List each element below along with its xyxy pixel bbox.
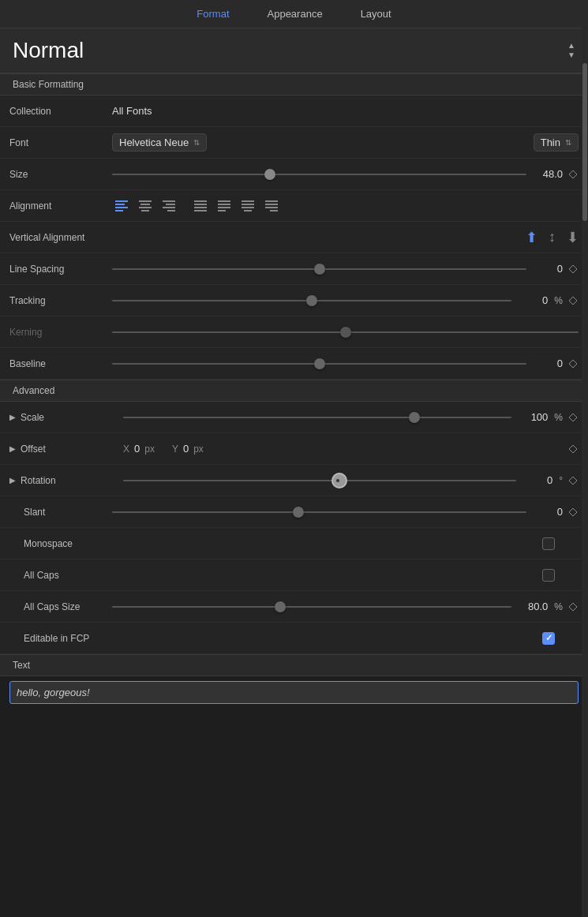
svg-rect-23 <box>244 210 252 211</box>
slant-thumb[interactable] <box>293 507 304 518</box>
font-weight-chevron-icon: ⇅ <box>565 138 571 147</box>
all-caps-checkbox[interactable] <box>542 569 555 582</box>
size-slider-thumb[interactable] <box>264 169 275 180</box>
baseline-slider[interactable] <box>112 363 526 365</box>
tracking-slider[interactable] <box>112 300 511 301</box>
stepper-down-icon[interactable]: ▼ <box>567 51 575 59</box>
scale-diamond-icon[interactable] <box>567 412 579 423</box>
tracking-value[interactable]: 0 <box>516 294 548 306</box>
svg-rect-10 <box>163 207 175 208</box>
vert-align-middle-btn[interactable]: ↕ <box>549 229 556 246</box>
size-value[interactable]: 48.0 <box>531 168 563 180</box>
slant-row: Slant 0 <box>0 496 588 528</box>
baseline-value[interactable]: 0 <box>531 357 563 369</box>
rotation-thumb[interactable] <box>331 473 347 488</box>
editable-fcp-checkbox[interactable] <box>542 632 555 645</box>
offset-y-value[interactable]: 0 <box>183 443 189 455</box>
slant-slider[interactable] <box>112 511 526 513</box>
svg-rect-20 <box>242 200 254 202</box>
line-spacing-value[interactable]: 0 <box>531 263 563 275</box>
align-left-btn[interactable] <box>112 196 131 215</box>
offset-x-value[interactable]: 0 <box>134 443 140 455</box>
kerning-thumb[interactable] <box>340 327 351 338</box>
line-spacing-row: Line Spacing 0 <box>0 253 588 285</box>
svg-rect-2 <box>115 207 128 208</box>
all-caps-size-row: All Caps Size 80.0 % <box>0 591 588 623</box>
align-justify4-btn[interactable] <box>262 196 281 215</box>
text-area-content[interactable]: hello, gorgeous! <box>17 687 90 698</box>
size-row: Size 48.0 <box>0 159 588 190</box>
preset-bar: Normal ▲ ▼ <box>0 28 588 73</box>
kerning-slider[interactable] <box>112 331 579 333</box>
vertical-alignment-label: Vertical Alignment <box>9 232 112 243</box>
svg-rect-11 <box>167 210 175 211</box>
all-caps-size-label: All Caps Size <box>9 601 112 612</box>
offset-expand-icon[interactable]: ▶ <box>9 444 16 453</box>
rotation-value[interactable]: 0 <box>521 474 552 486</box>
text-area-container[interactable]: hello, gorgeous! <box>9 681 579 704</box>
rotation-slider[interactable] <box>123 480 516 481</box>
svg-rect-19 <box>218 210 226 211</box>
offset-content: X 0 px Y 0 px <box>123 443 579 455</box>
svg-rect-27 <box>270 210 278 211</box>
align-center-btn[interactable] <box>136 196 155 215</box>
line-spacing-thumb[interactable] <box>314 264 325 275</box>
preset-stepper[interactable]: ▲ ▼ <box>567 42 575 59</box>
kerning-label: Kerning <box>9 327 112 338</box>
scale-expand-icon[interactable]: ▶ <box>9 413 16 421</box>
align-justify-btn[interactable] <box>191 196 210 215</box>
size-diamond-icon[interactable] <box>567 169 579 180</box>
vert-align-bottom-btn[interactable]: ⬇ <box>567 229 579 246</box>
offset-y-label: Y <box>172 444 178 455</box>
tracking-track <box>112 300 511 301</box>
font-weight-picker[interactable]: Thin ⇅ <box>534 133 579 152</box>
all-caps-size-track <box>112 606 511 608</box>
rotation-label: Rotation <box>21 475 123 486</box>
svg-rect-5 <box>140 204 150 205</box>
font-row: Font Helvetica Neue ⇅ Thin ⇅ <box>0 127 588 159</box>
offset-diamond-icon[interactable] <box>567 444 579 455</box>
basic-formatting-header: Basic Formatting <box>0 73 588 95</box>
align-justify2-btn[interactable] <box>215 196 234 215</box>
rotation-expand-icon[interactable]: ▶ <box>9 476 16 485</box>
all-caps-size-diamond-icon[interactable] <box>567 601 579 612</box>
all-caps-size-value[interactable]: 80.0 <box>516 601 548 612</box>
collection-value[interactable]: All Fonts <box>112 105 152 117</box>
align-justify3-btn[interactable] <box>238 196 257 215</box>
baseline-thumb[interactable] <box>314 358 325 369</box>
stepper-up-icon[interactable]: ▲ <box>567 42 575 50</box>
collection-row: Collection All Fonts <box>0 95 588 127</box>
kerning-content <box>112 331 579 333</box>
rotation-diamond-icon[interactable] <box>567 475 579 486</box>
tracking-thumb[interactable] <box>306 295 317 306</box>
baseline-diamond-icon[interactable] <box>567 358 579 369</box>
rotation-content: 0 ° <box>123 474 579 486</box>
all-caps-size-thumb[interactable] <box>275 601 286 612</box>
all-caps-size-slider[interactable] <box>112 606 511 608</box>
tab-format[interactable]: Format <box>193 6 232 21</box>
svg-rect-0 <box>115 200 128 202</box>
slant-diamond-icon[interactable] <box>567 507 579 518</box>
align-right-btn[interactable] <box>159 196 178 215</box>
kerning-track <box>112 331 579 333</box>
vert-align-top-btn[interactable]: ⬆ <box>526 229 537 246</box>
text-header: Text <box>0 654 588 676</box>
scrollbar-thumb[interactable] <box>582 63 587 221</box>
scale-slider[interactable] <box>123 417 511 418</box>
vertical-alignment-row: Vertical Alignment ⬆ ↕ ⬇ <box>0 222 588 253</box>
tab-appearance[interactable]: Appearance <box>264 6 326 21</box>
tracking-diamond-icon[interactable] <box>567 295 579 306</box>
kerning-row: Kerning <box>0 316 588 348</box>
tab-layout[interactable]: Layout <box>358 6 395 21</box>
line-spacing-diamond-icon[interactable] <box>567 264 579 275</box>
scale-thumb[interactable] <box>409 412 420 423</box>
font-family-picker[interactable]: Helvetica Neue ⇅ <box>112 133 207 152</box>
baseline-label: Baseline <box>9 358 112 369</box>
monospace-checkbox[interactable] <box>542 537 555 550</box>
scale-value[interactable]: 100 <box>516 411 548 423</box>
svg-rect-26 <box>265 207 278 208</box>
slant-value[interactable]: 0 <box>531 506 563 518</box>
line-spacing-slider[interactable] <box>112 268 526 270</box>
size-slider[interactable] <box>112 174 526 175</box>
alignment-row: Alignment <box>0 190 588 222</box>
